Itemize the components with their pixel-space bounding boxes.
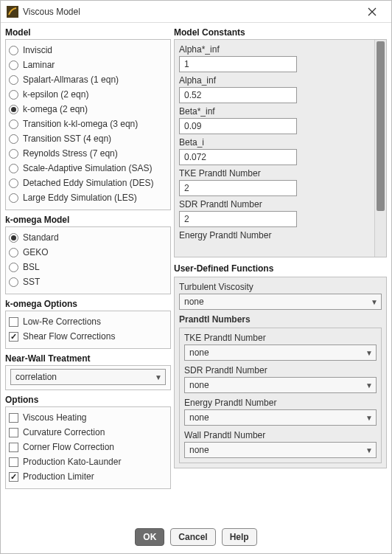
- prandtl-label: TKE Prandtl Number: [184, 333, 377, 343]
- option-label: Viscous Heating: [23, 412, 87, 423]
- chevron-down-icon: ▼: [371, 298, 378, 306]
- ok-button[interactable]: OK: [135, 528, 164, 546]
- model-option[interactable]: Transition SST (4 eqn): [9, 131, 167, 146]
- model-label: k-omega (2 eqn): [23, 104, 88, 114]
- constants-title: Model Constants: [174, 26, 387, 39]
- near-wall-group: correlation ▼: [5, 365, 171, 390]
- komega-option-option[interactable]: Low-Re Corrections: [9, 314, 167, 329]
- model-option[interactable]: k-epsilon (2 eqn): [9, 87, 167, 102]
- model-label: Laminar: [23, 60, 55, 70]
- prandtl-dropdown[interactable]: none▼: [184, 377, 377, 393]
- turb-visc-label: Turbulent Viscosity: [179, 282, 382, 292]
- radio-icon: [9, 105, 18, 114]
- prandtl-dropdown[interactable]: none▼: [184, 442, 377, 458]
- chevron-down-icon: ▼: [155, 373, 162, 381]
- komega-model-option[interactable]: BSL: [9, 260, 167, 274]
- constant-input[interactable]: 0.09: [179, 118, 297, 134]
- model-option[interactable]: Detached Eddy Simulation (DES): [9, 176, 167, 190]
- checkbox-icon: [9, 428, 18, 437]
- scrollbar-thumb[interactable]: [377, 41, 385, 211]
- komega-option-label: Low-Re Corrections: [23, 316, 101, 327]
- komega-model-option[interactable]: GEKO: [9, 245, 167, 260]
- turb-visc-dropdown[interactable]: none ▼: [179, 294, 382, 310]
- komega-model-label: SST: [23, 277, 40, 287]
- prandtl-dropdown[interactable]: none▼: [184, 344, 377, 361]
- radio-icon: [9, 90, 18, 100]
- option-option[interactable]: Curvature Correction: [9, 425, 167, 440]
- model-option[interactable]: k-omega (2 eqn): [9, 102, 167, 117]
- app-icon: [7, 6, 18, 18]
- close-button[interactable]: [359, 4, 385, 19]
- prandtl-label: SDR Prandtl Number: [184, 365, 377, 375]
- komega-model-option[interactable]: Standard: [9, 230, 167, 245]
- radio-icon: [9, 193, 18, 203]
- constant-input[interactable]: 2: [179, 211, 297, 227]
- prandtl-value: none: [189, 445, 365, 455]
- model-option[interactable]: Transition k-kl-omega (3 eqn): [9, 117, 167, 131]
- komega-model-label: GEKO: [23, 247, 49, 257]
- komega-model-title: k-omega Model: [5, 213, 171, 226]
- constant-label: TKE Prandtl Number: [179, 168, 370, 179]
- constants-scrollbar[interactable]: [374, 40, 386, 257]
- left-column: Model InviscidLaminarSpalart-Allmaras (1…: [5, 26, 171, 521]
- prandtl-value: none: [189, 380, 365, 390]
- komega-options-group: Low-Re CorrectionsShear Flow Corrections: [5, 311, 171, 349]
- udf-title: User-Defined Functions: [174, 262, 387, 275]
- komega-model-group: StandardGEKOBSLSST: [5, 226, 171, 294]
- model-label: Transition k-kl-omega (3 eqn): [23, 119, 138, 129]
- dialog-footer: OK Cancel Help: [1, 521, 391, 553]
- komega-model-option[interactable]: SST: [9, 274, 167, 289]
- titlebar: Viscous Model: [1, 1, 391, 23]
- option-label: Curvature Correction: [23, 427, 105, 437]
- chevron-down-icon: ▼: [365, 381, 373, 389]
- radio-icon: [9, 248, 18, 257]
- radio-icon: [9, 263, 18, 272]
- help-button[interactable]: Help: [222, 528, 257, 546]
- prandtl-numbers-box: TKE Prandtl Numbernone▼SDR Prandtl Numbe…: [179, 328, 382, 463]
- model-label: Transition SST (4 eqn): [23, 134, 111, 144]
- radio-icon: [9, 75, 18, 85]
- constant-input[interactable]: 1: [179, 56, 297, 72]
- radio-icon: [9, 134, 18, 144]
- komega-option-option[interactable]: Shear Flow Corrections: [9, 329, 167, 344]
- dialog-body: Model InviscidLaminarSpalart-Allmaras (1…: [1, 23, 391, 521]
- checkbox-icon: [9, 472, 18, 482]
- prandtl-dropdown[interactable]: none▼: [184, 409, 377, 426]
- model-option[interactable]: Laminar: [9, 58, 167, 72]
- checkbox-icon: [9, 413, 18, 423]
- model-title: Model: [5, 26, 171, 39]
- radio-icon: [9, 120, 18, 129]
- option-option[interactable]: Corner Flow Correction: [9, 440, 167, 454]
- constant-label: SDR Prandtl Number: [179, 199, 370, 210]
- constants-box: Alpha*_inf1Alpha_inf0.52Beta*_inf0.09Bet…: [174, 39, 387, 257]
- option-option[interactable]: Viscous Heating: [9, 410, 167, 425]
- option-label: Corner Flow Correction: [23, 442, 114, 452]
- near-wall-dropdown[interactable]: correlation ▼: [10, 369, 166, 385]
- prandtl-value: none: [189, 412, 365, 423]
- constant-input[interactable]: 2: [179, 180, 297, 196]
- model-option[interactable]: Spalart-Allmaras (1 eqn): [9, 72, 167, 87]
- constant-input[interactable]: 0.072: [179, 149, 297, 165]
- option-option[interactable]: Production Limiter: [9, 469, 167, 484]
- near-wall-value: correlation: [15, 372, 155, 382]
- constant-label: Beta_i: [179, 137, 370, 148]
- komega-option-label: Shear Flow Corrections: [23, 331, 115, 342]
- option-option[interactable]: Production Kato-Launder: [9, 454, 167, 469]
- radio-icon: [9, 60, 18, 70]
- model-option[interactable]: Reynolds Stress (7 eqn): [9, 146, 167, 161]
- constants-scroll-area: Alpha*_inf1Alpha_inf0.52Beta*_inf0.09Bet…: [175, 40, 374, 257]
- model-option[interactable]: Large Eddy Simulation (LES): [9, 190, 167, 205]
- cancel-button[interactable]: Cancel: [170, 528, 215, 546]
- constant-label: Alpha_inf: [179, 75, 370, 86]
- radio-icon: [9, 233, 18, 243]
- model-option[interactable]: Inviscid: [9, 43, 167, 58]
- model-label: Spalart-Allmaras (1 eqn): [23, 75, 119, 85]
- constant-input[interactable]: 0.52: [179, 87, 297, 103]
- option-label: Production Kato-Launder: [23, 457, 121, 467]
- window-title: Viscous Model: [23, 7, 359, 17]
- komega-model-label: Standard: [23, 232, 59, 243]
- komega-model-label: BSL: [23, 262, 40, 272]
- model-option[interactable]: Scale-Adaptive Simulation (SAS): [9, 161, 167, 176]
- model-label: Inviscid: [23, 45, 52, 55]
- chevron-down-icon: ▼: [365, 446, 373, 454]
